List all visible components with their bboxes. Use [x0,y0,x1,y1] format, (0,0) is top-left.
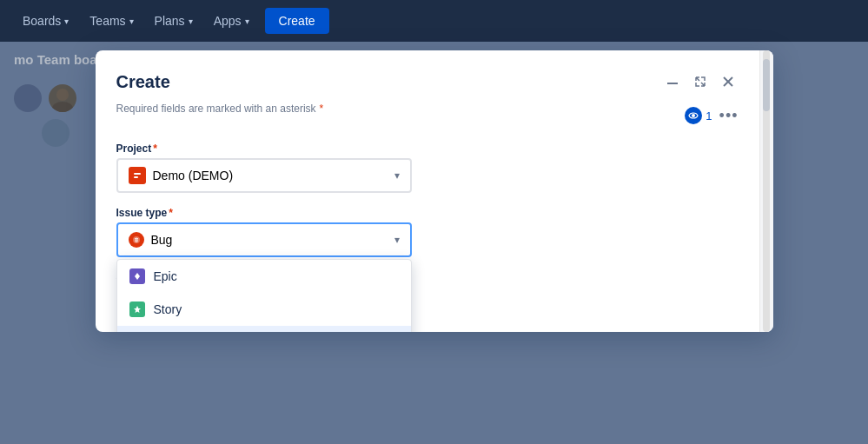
svg-point-5 [692,114,695,117]
project-icon [129,167,146,184]
svg-rect-7 [134,173,141,175]
svg-rect-6 [132,170,142,181]
project-label: Project * [116,142,739,155]
modal-overlay: Create [0,42,868,444]
minimize-icon [666,75,679,89]
issue-type-dropdown: Epic Story [116,259,412,332]
chevron-down-icon: ▾ [189,17,193,26]
top-navigation: Boards ▾ Teams ▾ Plans ▾ Apps ▾ Create [0,0,868,42]
issue-type-value: Bug [151,233,173,247]
dropdown-item-bug[interactable]: Bug [117,326,411,332]
nav-apps[interactable]: Apps ▾ [205,9,258,33]
close-icon [721,75,735,89]
expand-icon [693,75,707,89]
chevron-down-icon: ▾ [394,234,400,246]
svg-rect-8 [134,176,138,178]
required-note: Required fields are marked with an aster… [116,103,324,115]
close-button[interactable] [718,71,739,92]
create-modal: Create [96,50,773,332]
watch-count: 1 [706,109,712,123]
epic-label: Epic [154,269,177,283]
expand-button[interactable] [690,71,711,92]
scroll-track [763,50,770,332]
project-value: Demo (DEMO) [153,169,234,182]
story-icon [129,302,145,317]
bug-select-icon [129,232,144,248]
nav-boards[interactable]: Boards ▾ [14,9,77,33]
more-options-button[interactable]: ••• [719,107,739,125]
nav-plans[interactable]: Plans ▾ [146,9,202,33]
svg-point-10 [135,239,138,242]
dropdown-item-epic[interactable]: Epic [117,260,411,293]
scroll-thumb [763,59,770,111]
minimize-button[interactable] [662,71,683,92]
project-select[interactable]: Demo (DEMO) ▾ [116,158,412,193]
modal-title: Create [116,72,170,92]
modal-header: Create [116,71,739,92]
chevron-down-icon: ▾ [394,169,400,182]
modal-scrollbar[interactable] [759,50,773,332]
watch-icon [685,107,702,124]
modal-content: Create [96,50,759,332]
watch-badge[interactable]: 1 [685,107,712,124]
story-label: Story [154,302,182,316]
chevron-down-icon: ▾ [245,17,249,26]
nav-teams[interactable]: Teams ▾ [81,9,142,33]
modal-controls [662,71,739,92]
svg-rect-2 [667,83,678,84]
create-button[interactable]: Create [265,8,329,34]
chevron-down-icon: ▾ [129,17,134,26]
chevron-down-icon: ▾ [64,17,69,26]
issue-type-label: Issue type * [116,207,739,219]
issue-type-field-group: Issue type * Bug [116,207,739,257]
epic-icon [129,268,145,284]
project-field-group: Project * Demo (DE [116,142,739,193]
board-area: mo Team board Create [0,42,868,444]
issue-type-select[interactable]: Bug ▾ [116,222,412,257]
asterisk-marker: * [320,103,324,115]
dropdown-item-story[interactable]: Story [117,293,411,326]
